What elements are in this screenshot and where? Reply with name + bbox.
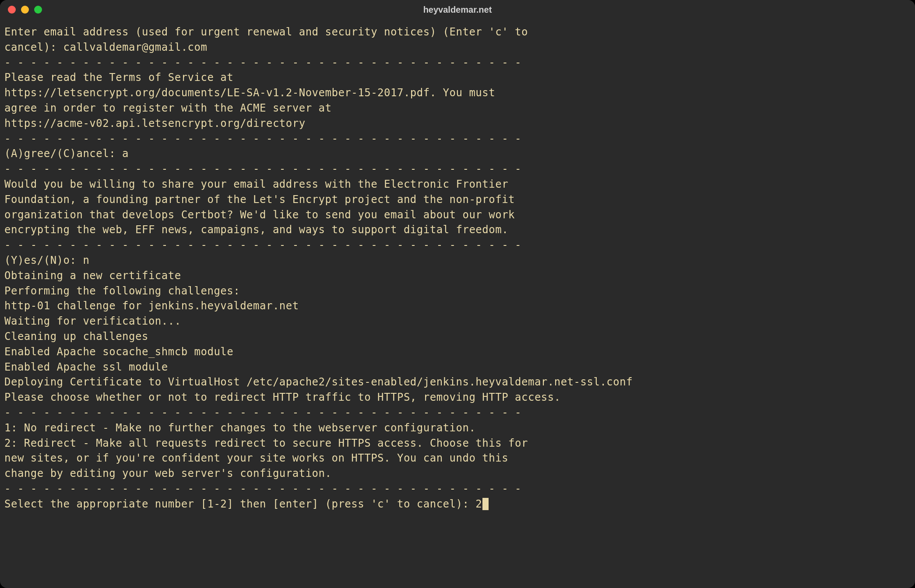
title-bar: heyvaldemar.net [0, 0, 915, 19]
terminal-line: - - - - - - - - - - - - - - - - - - - - … [4, 131, 911, 147]
window-title: heyvaldemar.net [423, 5, 492, 15]
terminal-line: - - - - - - - - - - - - - - - - - - - - … [4, 161, 911, 177]
terminal-line: encrypting the web, EFF news, campaigns,… [4, 222, 911, 238]
maximize-button[interactable] [34, 6, 42, 14]
terminal-line: cancel): callvaldemar@gmail.com [4, 40, 911, 55]
terminal-input[interactable]: 2 [475, 498, 482, 510]
close-button[interactable] [8, 6, 16, 14]
traffic-lights [8, 6, 42, 14]
terminal-line: Cleaning up challenges [4, 329, 911, 344]
prompt-text: Select the appropriate number [1-2] then… [4, 498, 475, 510]
terminal-line: Deploying Certificate to VirtualHost /et… [4, 374, 911, 390]
terminal-content[interactable]: Enter email address (used for urgent ren… [0, 19, 915, 588]
cursor [482, 498, 489, 510]
terminal-line: organization that develops Certbot? We'd… [4, 207, 911, 223]
terminal-line: Foundation, a founding partner of the Le… [4, 192, 911, 207]
terminal-line: Performing the following challenges: [4, 284, 911, 299]
terminal-line: Please read the Terms of Service at [4, 70, 911, 85]
terminal-line: - - - - - - - - - - - - - - - - - - - - … [4, 238, 911, 253]
terminal-window: heyvaldemar.net Enter email address (use… [0, 0, 915, 588]
terminal-line: Enter email address (used for urgent ren… [4, 24, 911, 40]
terminal-line: Waiting for verification... [4, 314, 911, 329]
terminal-line: https://letsencrypt.org/documents/LE-SA-… [4, 85, 911, 101]
terminal-line: (A)gree/(C)ancel: a [4, 146, 911, 161]
terminal-line: Would you be willing to share your email… [4, 177, 911, 192]
terminal-line: (Y)es/(N)o: n [4, 253, 911, 268]
terminal-line: change by editing your web server's conf… [4, 466, 911, 481]
terminal-line: agree in order to register with the ACME… [4, 101, 911, 116]
terminal-line: 1: No redirect - Make no further changes… [4, 420, 911, 436]
minimize-button[interactable] [21, 6, 29, 14]
terminal-line: - - - - - - - - - - - - - - - - - - - - … [4, 405, 911, 420]
terminal-line: 2: Redirect - Make all requests redirect… [4, 436, 911, 451]
terminal-line: - - - - - - - - - - - - - - - - - - - - … [4, 481, 911, 497]
terminal-line: https://acme-v02.api.letsencrypt.org/dir… [4, 116, 911, 131]
terminal-line: Please choose whether or not to redirect… [4, 390, 911, 405]
terminal-line: Obtaining a new certificate [4, 268, 911, 284]
terminal-line: - - - - - - - - - - - - - - - - - - - - … [4, 55, 911, 70]
terminal-line: Enabled Apache socache_shmcb module [4, 344, 911, 360]
prompt-line[interactable]: Select the appropriate number [1-2] then… [4, 498, 489, 510]
terminal-line: Enabled Apache ssl module [4, 360, 911, 375]
terminal-line: http-01 challenge for jenkins.heyvaldema… [4, 298, 911, 314]
terminal-line: new sites, or if you're confident your s… [4, 451, 911, 466]
